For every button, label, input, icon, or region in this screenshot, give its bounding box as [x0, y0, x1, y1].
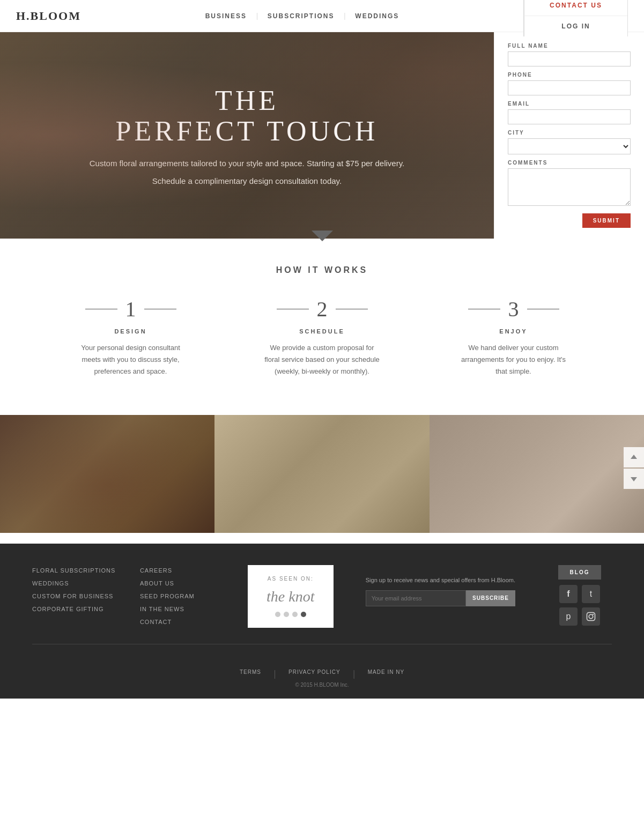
comments-field-group: COMMENTS — [508, 160, 631, 206]
footer-link-weddings[interactable]: WEDDINGS — [32, 580, 69, 587]
step-3-desc: We hand deliver your custom arrangements… — [455, 342, 573, 377]
footer-subscribe: Sign up to receive news and special offe… — [355, 565, 526, 628]
footer-divider-2: | — [353, 669, 355, 679]
footer-link-seed-program[interactable]: SEED PROGRAM — [140, 593, 195, 599]
footer: FLORAL SUBSCRIPTIONS WEDDINGS CUSTOM FOR… — [0, 544, 644, 699]
social-icons: f t p — [559, 585, 600, 626]
facebook-icon[interactable]: f — [559, 585, 578, 603]
footer-link-custom-for-business[interactable]: CUSTOM FOR BUSINESS — [32, 593, 113, 599]
step-2-title: SCHEDULE — [299, 328, 345, 335]
blog-button[interactable]: BLOG — [558, 565, 601, 580]
footer-bottom: TERMS | PRIVACY POLICY | MADE IN NY © 20… — [32, 660, 612, 688]
dot-4[interactable] — [301, 612, 306, 617]
how-it-works-section: HOW IT WORKS 1 DESIGN Your personal desi… — [0, 239, 644, 404]
step-2: 2 SCHEDULE We provide a custom proposal … — [234, 296, 410, 377]
subscribe-text: Sign up to receive news and special offe… — [366, 576, 515, 585]
dot-3[interactable] — [292, 612, 298, 617]
phone-label: PHONE — [508, 72, 631, 78]
comments-textarea[interactable] — [508, 168, 631, 206]
step-2-line-left — [277, 309, 309, 309]
city-select[interactable]: New York Los Angeles Chicago — [508, 138, 631, 154]
city-label: CITY — [508, 130, 631, 136]
footer-col-1: FLORAL SUBSCRIPTIONS WEDDINGS CUSTOM FOR… — [32, 565, 119, 628]
email-label: EMAIL — [508, 101, 631, 107]
as-seen-dots — [275, 612, 306, 617]
footer-link-in-the-news[interactable]: IN THE NEWS — [140, 606, 184, 612]
chevron-down-icon — [630, 475, 638, 482]
step-2-number-row: 2 — [277, 296, 368, 322]
header-actions: CONTACT US LOG IN — [523, 0, 628, 36]
footer-top: FLORAL SUBSCRIPTIONS WEDDINGS CUSTOM FOR… — [32, 565, 612, 644]
full-name-label: FULL NAME — [508, 43, 631, 49]
step-3-line-right — [527, 309, 559, 309]
full-name-field-group: FULL NAME — [508, 43, 631, 66]
footer-links-col1: FLORAL SUBSCRIPTIONS WEDDINGS CUSTOM FOR… — [32, 565, 119, 613]
subscribe-button[interactable]: SUBSCRIBE — [466, 590, 515, 606]
dot-2[interactable] — [284, 612, 289, 617]
step-1-desc: Your personal design consultant meets wi… — [72, 342, 190, 377]
svg-point-4 — [593, 614, 594, 615]
pinterest-icon[interactable]: p — [559, 607, 578, 626]
logo: H.BLOOM — [16, 9, 81, 23]
step-3-number: 3 — [508, 296, 519, 322]
contact-us-button[interactable]: CONTACT US — [524, 0, 627, 16]
dot-1[interactable] — [275, 612, 280, 617]
footer-as-seen: AS SEEN ON: the knot — [248, 565, 334, 628]
phone-field-group: PHONE — [508, 72, 631, 95]
submit-button[interactable]: SUBMIT — [582, 213, 631, 228]
chevron-up-icon — [630, 454, 638, 461]
instagram-svg — [586, 612, 596, 621]
footer-link-about-us[interactable]: ABOUT US — [140, 580, 174, 587]
gallery-next-button[interactable] — [624, 469, 644, 489]
footer-bottom-links: TERMS | PRIVACY POLICY | MADE IN NY — [32, 669, 612, 679]
gallery-prev-button[interactable] — [624, 447, 644, 467]
step-2-line-right — [336, 309, 368, 309]
gallery-item-3 — [430, 415, 644, 533]
gallery-navigation — [624, 447, 644, 489]
full-name-input[interactable] — [508, 51, 631, 66]
subscribe-email-input[interactable] — [366, 590, 466, 606]
step-1: 1 DESIGN Your personal design consultant… — [43, 296, 218, 377]
made-in-ny-link[interactable]: MADE IN NY — [368, 669, 404, 679]
copyright: © 2015 H.BLOOM Inc. — [32, 682, 612, 688]
step-1-title: DESIGN — [114, 328, 146, 335]
footer-link-contact[interactable]: CONTACT — [140, 619, 172, 625]
step-2-desc: We provide a custom proposal for floral … — [263, 342, 381, 377]
nav-weddings[interactable]: WEDDINGS — [345, 12, 409, 20]
step-3: 3 ENJOY We hand deliver your custom arra… — [426, 296, 601, 377]
hero-subtitle: Custom floral arrangements tailored to y… — [90, 157, 405, 170]
footer-link-corporate-gifting[interactable]: CORPORATE GIFTING — [32, 606, 104, 612]
city-field-group: CITY New York Los Angeles Chicago — [508, 130, 631, 154]
gallery-item-1 — [0, 415, 214, 533]
hero-section: THE PERFECT TOUCH Custom floral arrangem… — [0, 32, 644, 239]
contact-form: FULL NAME PHONE EMAIL CITY New York Los … — [494, 32, 644, 239]
terms-link[interactable]: TERMS — [240, 669, 261, 679]
gallery-section — [0, 415, 644, 533]
footer-divider-1: | — [274, 669, 276, 679]
instagram-icon[interactable] — [582, 607, 600, 626]
steps-container: 1 DESIGN Your personal design consultant… — [43, 296, 601, 377]
as-seen-label: AS SEEN ON: — [268, 576, 314, 582]
header: H.BLOOM BUSINESS | SUBSCRIPTIONS | WEDDI… — [0, 0, 644, 32]
footer-link-floral-subscriptions[interactable]: FLORAL SUBSCRIPTIONS — [32, 567, 115, 574]
svg-rect-2 — [587, 613, 595, 621]
svg-marker-1 — [631, 477, 637, 481]
hero-title-line1: THE — [215, 85, 279, 116]
hero-cta: Schedule a complimentary design consulta… — [152, 176, 342, 185]
nav-business[interactable]: BUSINESS — [196, 12, 256, 20]
hero-background: THE PERFECT TOUCH Custom floral arrangem… — [0, 32, 494, 239]
hero-title-line2: PERFECT TOUCH — [116, 116, 379, 146]
how-it-works-title: HOW IT WORKS — [43, 265, 601, 275]
main-nav: BUSINESS | SUBSCRIPTIONS | WEDDINGS — [196, 12, 409, 20]
the-knot-logo: the knot — [267, 588, 314, 605]
phone-input[interactable] — [508, 80, 631, 95]
nav-subscriptions[interactable]: SUBSCRIPTIONS — [258, 12, 344, 20]
footer-link-careers[interactable]: CAREERS — [140, 567, 172, 574]
twitter-icon[interactable]: t — [582, 585, 600, 603]
step-3-number-row: 3 — [468, 296, 559, 322]
privacy-policy-link[interactable]: PRIVACY POLICY — [288, 669, 340, 679]
log-in-button[interactable]: LOG IN — [524, 16, 627, 36]
email-input[interactable] — [508, 109, 631, 124]
gallery-item-2 — [214, 415, 429, 533]
svg-point-3 — [589, 615, 593, 619]
